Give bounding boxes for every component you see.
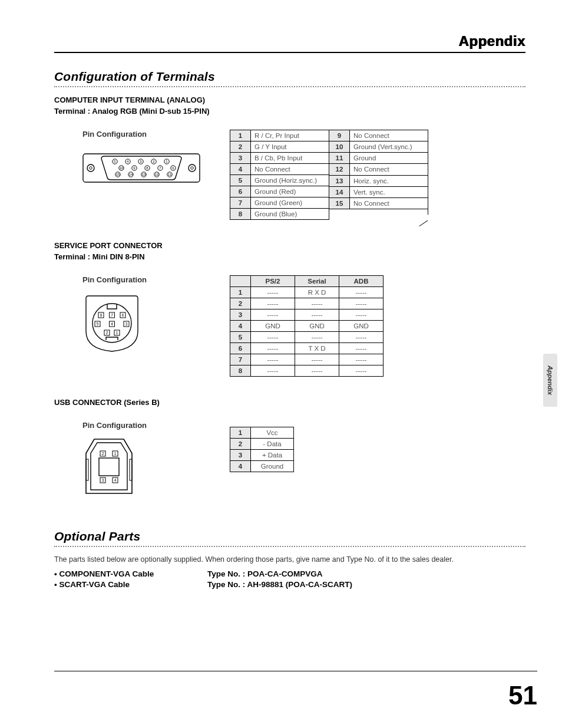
svg-point-4 xyxy=(191,167,194,170)
svg-text:3: 3 xyxy=(102,478,104,482)
computer-input-heading: COMPUTER INPUT TERMINAL (ANALOG) xyxy=(54,95,525,104)
table-row: 4GNDGNDGND xyxy=(230,321,384,332)
footer-rule xyxy=(54,671,537,671)
usb-pin-table: 1Vcc 2- Data 3+ Data 4Ground xyxy=(230,427,294,472)
optional-intro: The parts listed below are optionally su… xyxy=(54,555,525,564)
svg-text:4: 4 xyxy=(114,478,117,482)
svg-text:14: 14 xyxy=(129,173,133,176)
side-tab-label: Appendix xyxy=(547,365,554,395)
table-row: 6Ground (Red) xyxy=(230,186,329,197)
svg-rect-52 xyxy=(99,458,119,476)
section-terminals: Configuration of Terminals COMPUTER INPU… xyxy=(54,70,525,220)
pin-config-label-usb: Pin Configuration xyxy=(82,421,218,430)
usb-heading: USB CONNECTOR (Series B) xyxy=(54,398,525,407)
svg-text:2: 2 xyxy=(106,331,108,335)
usb-b-connector-icon: 2 1 3 4 xyxy=(82,436,135,498)
table-row xyxy=(329,209,428,220)
svg-point-1 xyxy=(87,164,94,172)
mini-din-connector-icon: 8 7 6 5 4 3 2 1 xyxy=(82,290,141,355)
page-number: 51 xyxy=(508,681,537,710)
mini-din-terminal: Terminal : Mini DIN 8-PIN xyxy=(54,252,525,261)
dsub-pin-table-right: 9No Connect 10Ground (Vert.sync.) 11Grou… xyxy=(329,130,428,220)
svg-text:10: 10 xyxy=(120,166,124,170)
dsub-pin-table-left: 1R / Cr, Pr Input 2G / Y Input 3B / Cb, … xyxy=(230,130,329,220)
svg-point-2 xyxy=(90,167,92,170)
optional-item: • COMPONENT-VGA Cable Type No. : POA-CA-… xyxy=(54,569,525,578)
pin-config-label-din: Pin Configuration xyxy=(82,275,218,284)
din-pin-table: PS/2 Serial ADB 1-----R X D----- 2------… xyxy=(230,275,384,377)
svg-text:11: 11 xyxy=(168,173,172,176)
table-row: 5Ground (Horiz.sync.) xyxy=(230,175,329,186)
section-service-port: SERVICE PORT CONNECTOR Terminal : Mini D… xyxy=(54,241,525,377)
svg-text:7: 7 xyxy=(111,313,113,317)
svg-text:15: 15 xyxy=(116,173,120,176)
svg-text:2: 2 xyxy=(102,452,104,456)
table-row: 3B / Cb, Pb Input xyxy=(230,153,329,164)
svg-text:8: 8 xyxy=(100,313,103,317)
table-row: 8Ground (Blue) xyxy=(230,209,329,220)
section-title-terminals: Configuration of Terminals xyxy=(54,70,525,87)
table-row: 7--------------- xyxy=(230,354,384,365)
service-port-heading: SERVICE PORT CONNECTOR xyxy=(54,241,525,250)
svg-text:5: 5 xyxy=(97,322,99,326)
section-title-optional: Optional Parts xyxy=(54,529,525,547)
table-row: 12No Connect xyxy=(329,164,428,175)
table-row: 2- Data xyxy=(230,439,294,450)
svg-text:6: 6 xyxy=(122,313,124,317)
table-row: 7Ground (Green) xyxy=(230,197,329,209)
table-row: 4Ground xyxy=(230,461,294,472)
svg-text:12: 12 xyxy=(155,173,159,176)
svg-text:3: 3 xyxy=(125,322,128,326)
table-row: 4No Connect xyxy=(230,164,329,175)
svg-text:3: 3 xyxy=(140,160,142,163)
svg-text:1: 1 xyxy=(114,452,117,456)
table-row: 15No Connect xyxy=(329,197,428,209)
svg-text:2: 2 xyxy=(153,160,155,163)
svg-text:5: 5 xyxy=(114,160,116,163)
dsub-connector-icon: 5 4 3 2 1 10 9 8 7 6 15 14 13 12 xyxy=(82,144,200,192)
svg-text:7: 7 xyxy=(159,166,161,170)
table-row: 13Horiz. sync. xyxy=(329,175,428,186)
table-row: 1Vcc xyxy=(230,427,294,439)
table-row: 11Ground xyxy=(329,153,428,164)
svg-text:13: 13 xyxy=(142,173,146,176)
table-row: 9No Connect xyxy=(329,130,428,141)
header: Appendix xyxy=(54,33,525,53)
svg-text:9: 9 xyxy=(133,166,135,170)
table-row: 6-----T X D----- xyxy=(230,343,384,354)
pin-config-label-dsub: Pin Configuration xyxy=(82,130,218,139)
section-optional-parts: Optional Parts The parts listed below ar… xyxy=(54,529,525,589)
svg-text:4: 4 xyxy=(111,322,113,326)
side-tab: Appendix xyxy=(543,354,557,407)
table-row: 8--------------- xyxy=(230,365,384,377)
table-row: 3+ Data xyxy=(230,450,294,461)
table-row: 5--------------- xyxy=(230,332,384,343)
optional-item: • SCART-VGA Cable Type No. : AH-98881 (P… xyxy=(54,580,525,589)
table-row: 2G / Y Input xyxy=(230,141,329,153)
analog-rgb-terminal: Terminal : Analog RGB (Mini D-sub 15-PIN… xyxy=(54,107,525,116)
table-row: 14Vert. sync. xyxy=(329,186,428,197)
svg-text:4: 4 xyxy=(127,160,129,163)
table-row: 3--------------- xyxy=(230,309,384,321)
table-row: 1-----R X D----- xyxy=(230,287,384,298)
svg-text:6: 6 xyxy=(172,166,174,170)
table-row: 10Ground (Vert.sync.) xyxy=(329,141,428,153)
svg-rect-0 xyxy=(83,154,200,182)
svg-text:1: 1 xyxy=(166,160,168,163)
table-row: 1R / Cr, Pr Input xyxy=(230,130,329,141)
section-usb: USB CONNECTOR (Series B) Pin Configurati… xyxy=(54,398,525,500)
svg-point-3 xyxy=(189,164,196,172)
table-row: 2--------------- xyxy=(230,298,384,309)
svg-text:1: 1 xyxy=(116,331,118,335)
page-header-title: Appendix xyxy=(54,33,525,50)
svg-text:8: 8 xyxy=(146,166,148,170)
